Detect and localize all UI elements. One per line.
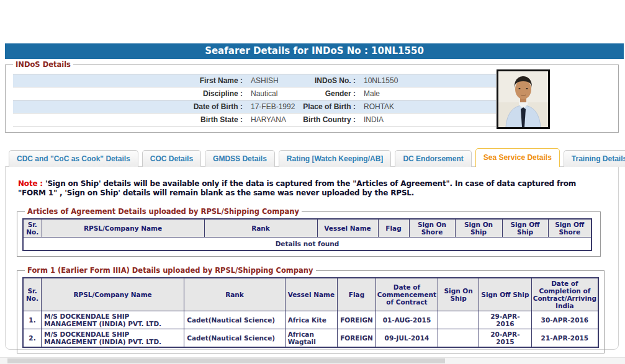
- column-header-sign-off-ship: Sign Off Ship: [479, 278, 532, 311]
- discipline-value: Nautical: [245, 87, 297, 100]
- column-header-sign-on-shore: Sign On Shore: [409, 219, 455, 237]
- cell-sr-no: 1.: [23, 311, 42, 329]
- discipline-label: Discipline :: [13, 87, 245, 100]
- cell-sign-off-ship: 20-APR-2015: [479, 329, 532, 348]
- articles-of-agreement-legend: Articles of Agreement Details uploaded b…: [25, 207, 302, 216]
- column-header-flag: Flag: [338, 278, 376, 311]
- tab-rating-watch-keeping-ab[interactable]: Rating [Watch Keeping/AB]: [279, 150, 392, 167]
- column-header-rpsl-company: RPSL/Company Name: [42, 219, 204, 237]
- table-header-row: Sr. No. RPSL/Company Name Rank Vessel Na…: [23, 219, 591, 237]
- seafarer-photo: [497, 69, 550, 129]
- cell-company: M/S DOCKENDALE SHIP MANAGEMENT (INDIA) P…: [42, 329, 184, 348]
- gender-value: Male: [357, 87, 496, 100]
- birth-country-value: INDIA: [357, 113, 496, 126]
- table-row: 1. M/S DOCKENDALE SHIP MANAGEMENT (INDIA…: [23, 311, 598, 329]
- table-header-row: Sr. No. RPSL/Company Name Rank Vessel Na…: [23, 278, 598, 311]
- table-row: 2. M/S DOCKENDALE SHIP MANAGEMENT (INDIA…: [23, 329, 598, 348]
- cell-flag: FOREIGN: [338, 329, 376, 348]
- place-of-birth-value: ROHTAK: [357, 100, 496, 113]
- column-header-rank: Rank: [204, 219, 317, 237]
- tab-bar: CDC and "CoC as Cook" Details COC Detail…: [9, 148, 625, 167]
- column-header-flag: Flag: [378, 219, 409, 237]
- cell-sign-off-ship: 29-APR-2016: [479, 311, 532, 329]
- details-not-found-message: Details not found: [23, 237, 591, 251]
- cell-rank: Cadet(Nautical Science): [184, 329, 285, 348]
- first-name-value: ASHISH: [245, 74, 297, 87]
- first-name-label: First Name :: [13, 74, 245, 87]
- indos-no-label: INDoS No. :: [297, 74, 357, 87]
- sea-service-tab-panel: Note : 'Sign on Ship' details will be av…: [5, 166, 619, 350]
- column-header-rpsl-company: RPSL/Company Name: [42, 278, 184, 311]
- cell-vessel: Africa Kite: [285, 311, 337, 329]
- note-text: Note : 'Sign on Ship' details will be av…: [18, 179, 602, 198]
- column-header-sr-no: Sr. No.: [23, 278, 42, 311]
- birth-country-label: Birth Country :: [297, 113, 357, 126]
- column-header-sign-off-ship: Sign Off Ship: [502, 219, 548, 237]
- column-header-date-of-commencement: Date of Commencement of Contract: [375, 278, 438, 311]
- table-row: Details not found: [23, 237, 591, 251]
- seafarer-photo-image: [498, 71, 548, 127]
- cell-commencement-date: 09-JUL-2014: [375, 329, 438, 348]
- birth-state-label: Birth State :: [13, 113, 245, 126]
- form1-table: Sr. No. RPSL/Company Name Rank Vessel Na…: [22, 277, 599, 348]
- column-header-vessel-name: Vessel Name: [285, 278, 337, 311]
- note-prefix: Note :: [18, 179, 43, 188]
- page: { "title_bar": { "text": "Seafarer Detai…: [0, 0, 625, 364]
- column-header-sign-off-shore: Sign Off Shore: [548, 219, 591, 237]
- note-body: 'Sign on Ship' details will be available…: [18, 179, 576, 197]
- tab-cdc-coc-as-cook-details[interactable]: CDC and "CoC as Cook" Details: [9, 150, 138, 167]
- detail-row-name: First Name : ASHISH INDoS No. : 10NL1550: [13, 74, 496, 87]
- scrollbar-thumb[interactable]: [7, 358, 445, 363]
- column-header-vessel-name: Vessel Name: [317, 219, 378, 237]
- cell-sign-on-ship: [438, 311, 479, 329]
- date-of-birth-label: Date of Birth :: [13, 100, 245, 113]
- column-header-sign-on-ship: Sign On Ship: [438, 278, 479, 311]
- indos-no-value: 10NL1550: [357, 74, 496, 87]
- detail-row-discipline: Discipline : Nautical Gender : Male: [13, 87, 496, 100]
- articles-of-agreement-fieldset: Articles of Agreement Details uploaded b…: [17, 207, 601, 257]
- tab-coc-details[interactable]: COC Details: [142, 150, 201, 167]
- date-of-birth-value: 17-FEB-1992: [245, 100, 297, 113]
- column-header-date-of-completion: Date of Completion of Contract/Arriving …: [531, 278, 598, 311]
- cell-rank: Cadet(Nautical Science): [184, 311, 285, 329]
- detail-row-state: Birth State : HARYANA Birth Country : IN…: [13, 113, 496, 127]
- form1-legend: Form 1 (Earlier Form IIIA) Details uploa…: [25, 266, 316, 275]
- cell-sr-no: 2.: [23, 329, 42, 348]
- cell-flag: FOREIGN: [338, 311, 376, 329]
- indos-details-legend: INDoS Details: [13, 60, 73, 69]
- tab-sea-service-details[interactable]: Sea Service Details: [475, 148, 560, 167]
- column-header-sr-no: Sr. No.: [23, 219, 42, 237]
- place-of-birth-label: Place of Birth :: [297, 100, 357, 113]
- cell-completion-date: 21-APR-2015: [531, 329, 598, 348]
- tab-dc-endorsement[interactable]: DC Endorsement: [395, 150, 471, 167]
- tab-gmdss-details[interactable]: GMDSS Details: [205, 150, 275, 167]
- cell-vessel: African Wagtail: [285, 329, 337, 348]
- cell-commencement-date: 01-AUG-2015: [375, 311, 438, 329]
- page-title: Seafarer Details for INDoS No : 10NL1550: [5, 43, 624, 59]
- articles-of-agreement-table: Sr. No. RPSL/Company Name Rank Vessel Na…: [22, 218, 592, 251]
- gender-label: Gender :: [297, 87, 357, 100]
- cell-company: M/S DOCKENDALE SHIP MANAGEMENT (INDIA) P…: [42, 311, 184, 329]
- detail-row-birth: Date of Birth : 17-FEB-1992 Place of Bir…: [13, 100, 496, 113]
- form1-fieldset: Form 1 (Earlier Form IIIA) Details uploa…: [17, 266, 605, 353]
- column-header-sign-on-ship: Sign On Ship: [455, 219, 502, 237]
- tab-training-details[interactable]: Training Details: [564, 150, 625, 167]
- horizontal-scrollbar[interactable]: [0, 357, 625, 364]
- birth-state-value: HARYANA: [245, 113, 297, 126]
- indos-detail-rows: First Name : ASHISH INDoS No. : 10NL1550…: [13, 74, 496, 127]
- cell-sign-on-ship: [438, 329, 479, 348]
- column-header-rank: Rank: [184, 278, 285, 311]
- cell-completion-date: 30-APR-2016: [531, 311, 598, 329]
